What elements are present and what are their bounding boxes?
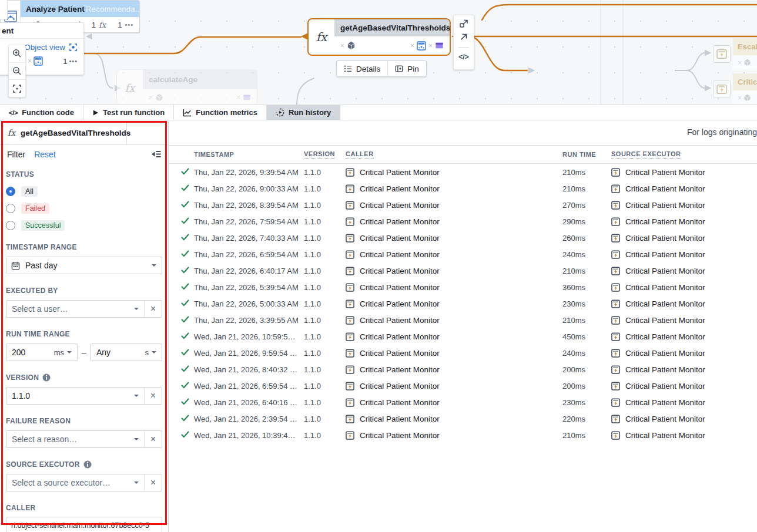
run-caller: Critical Patient Monitor (346, 316, 562, 325)
pin-button[interactable]: Pin (387, 61, 426, 76)
status-option-successful[interactable]: Successful (6, 220, 162, 231)
run-history-row[interactable]: Wed, Jan 21, 2026, 9:59:54 … 1.1.0 Criti… (169, 345, 757, 361)
object-view-link[interactable]: Object view (24, 43, 65, 52)
run-history-rows: Thu, Jan 22, 2026, 9:39:54 AM 1.1.0 Crit… (169, 164, 757, 443)
remove-icon[interactable]: × (428, 42, 433, 50)
tab-test-run-function[interactable]: Test run function (83, 105, 174, 120)
run-history-row[interactable]: Wed, Jan 21, 2026, 10:39:4… 1.1.0 Critic… (169, 427, 757, 443)
run-time: 210ms (562, 316, 611, 325)
run-history-row[interactable]: Wed, Jan 21, 2026, 10:59:5… 1.1.0 Critic… (169, 328, 757, 345)
escalation-automation-node[interactable]: Escala × (713, 38, 757, 70)
monitor-bolt-icon (346, 217, 354, 226)
timestamp-range-select[interactable]: Past day (6, 257, 162, 274)
source-executor-name: Critical Patient Monitor (625, 234, 705, 243)
remove-icon[interactable]: × (410, 42, 414, 50)
info-icon[interactable] (42, 373, 51, 382)
object-graph-canvas[interactable]: ent Object view × 1 ••• (0, 0, 757, 105)
col-caller[interactable]: CALLER (346, 150, 374, 159)
tab-function-metrics[interactable]: Function metrics (174, 105, 267, 120)
node-action-rail: </> (453, 15, 474, 70)
run-time-max-input[interactable]: Any s (91, 344, 162, 361)
success-check-icon (181, 217, 189, 224)
tab-label: Function code (22, 108, 74, 117)
source-executor-name: Critical Patient Monitor (625, 332, 705, 341)
remove-icon: × (738, 94, 742, 102)
run-history-row[interactable]: Wed, Jan 21, 2026, 8:40:32 … 1.1.0 Criti… (169, 361, 757, 378)
run-history-row[interactable]: Thu, Jan 22, 2026, 5:00:33 AM 1.1.0 Crit… (169, 295, 757, 312)
run-history-row[interactable]: Thu, Jan 22, 2026, 7:59:54 AM 1.1.0 Crit… (169, 213, 757, 230)
tab-function-code[interactable]: </> Function code (0, 105, 83, 120)
clear-version-button[interactable]: × (144, 388, 162, 404)
radio-icon[interactable] (6, 204, 15, 213)
send-to-graph-icon[interactable] (459, 19, 468, 28)
run-history-row[interactable]: Thu, Jan 22, 2026, 8:39:54 AM 1.1.0 Crit… (169, 197, 757, 213)
details-button[interactable]: Details (337, 61, 387, 76)
collapse-panel-icon[interactable] (151, 150, 161, 159)
function-icon: fx (117, 70, 143, 105)
col-version[interactable]: VERSION (304, 150, 335, 159)
col-run-time[interactable]: RUN TIME (562, 151, 611, 158)
version-value: 1.1.0 (6, 391, 129, 400)
run-time-min-unit-select[interactable]: ms (54, 348, 77, 357)
run-history-row[interactable]: Wed, Jan 21, 2026, 6:59:54 … 1.1.0 Criti… (169, 378, 757, 394)
run-time: 230ms (562, 398, 611, 407)
clipped-left-panel-edge (0, 0, 8, 19)
run-history-row[interactable]: Wed, Jan 21, 2026, 6:40:16 … 1.1.0 Criti… (169, 394, 757, 410)
zoom-fit-button[interactable] (9, 80, 25, 97)
failure-reason-select[interactable]: Select a reason… × (6, 430, 162, 448)
status-option-failed[interactable]: Failed (6, 203, 162, 214)
selected-function-node[interactable]: fx getAgeBasedVitalThresholds × × × (307, 18, 451, 56)
run-history-row[interactable]: Thu, Jan 22, 2026, 3:39:55 AM 1.1.0 Crit… (169, 312, 757, 328)
run-time: 210ms (562, 168, 611, 177)
run-history-row[interactable]: Thu, Jan 22, 2026, 7:40:33 AM 1.1.0 Crit… (169, 230, 757, 246)
panel-header: fx getAgeBasedVitalThresholds (0, 121, 168, 145)
run-history-row[interactable]: Wed, Jan 21, 2026, 2:39:54 … 1.1.0 Criti… (169, 410, 757, 427)
source-executor-select[interactable]: Select a source executor… × (6, 474, 162, 491)
run-time: 220ms (562, 415, 611, 423)
reset-filters-link[interactable]: Reset (34, 150, 142, 159)
caller-name: Critical Patient Monitor (360, 267, 440, 275)
code-icon[interactable]: </> (458, 53, 468, 61)
zoom-in-button[interactable] (9, 45, 25, 63)
run-time-min-input[interactable]: 200 ms (6, 344, 78, 361)
run-history-row[interactable]: Thu, Jan 22, 2026, 6:59:54 AM 1.1.0 Crit… (169, 246, 757, 262)
info-icon[interactable] (83, 460, 92, 469)
run-history-row[interactable]: Thu, Jan 22, 2026, 6:40:17 AM 1.1.0 Crit… (169, 262, 757, 279)
radio-selected-icon[interactable] (6, 187, 15, 196)
run-time-max-unit-select[interactable]: s (145, 348, 162, 357)
run-history-row[interactable]: Thu, Jan 22, 2026, 9:39:54 AM 1.1.0 Crit… (169, 164, 757, 180)
run-time-max-value[interactable]: Any (91, 348, 145, 357)
tab-run-history[interactable]: Run history (267, 105, 340, 120)
critical-automation-node[interactable]: Critica × (713, 73, 757, 105)
radio-icon[interactable] (6, 221, 15, 230)
monitor-bolt-icon (346, 283, 354, 292)
run-caller: Critical Patient Monitor (346, 398, 562, 407)
run-history-row[interactable]: Thu, Jan 22, 2026, 5:39:54 AM 1.1.0 Crit… (169, 279, 757, 295)
filter-header-row: Filter Reset (0, 145, 168, 163)
zoom-out-button[interactable] (9, 63, 25, 80)
more-icon[interactable]: ••• (69, 58, 78, 65)
run-version: 1.1.0 (304, 217, 346, 226)
run-history-row[interactable]: Thu, Jan 22, 2026, 9:00:33 AM 1.1.0 Crit… (169, 180, 757, 197)
clear-source-executor-button[interactable]: × (144, 474, 162, 491)
col-source-executor[interactable]: SOURCE EXECUTOR (611, 150, 681, 159)
run-source-executor: Critical Patient Monitor (611, 250, 757, 259)
clear-failure-reason-button[interactable]: × (144, 431, 162, 447)
run-time: 260ms (562, 234, 611, 243)
calculate-age-node[interactable]: fx calculateAge × × (116, 69, 257, 105)
col-timestamp[interactable]: TIMESTAMP (194, 151, 304, 158)
executed-by-select[interactable]: Select a user… × (6, 300, 162, 318)
caller-input[interactable] (6, 517, 162, 532)
remove-icon[interactable]: × (28, 57, 32, 65)
status-option-all[interactable]: All (6, 186, 162, 197)
run-time: 200ms (562, 365, 611, 374)
table-header: TIMESTAMP VERSION CALLER RUN TIME SOURCE… (169, 145, 757, 164)
open-link-icon[interactable] (459, 32, 468, 42)
clear-executed-by-button[interactable]: × (144, 301, 162, 317)
monitor-bolt-icon (611, 234, 620, 243)
run-history-filter-panel: fx getAgeBasedVitalThresholds Filter Res… (0, 121, 169, 532)
version-select[interactable]: 1.1.0 × (6, 387, 162, 405)
run-time-min-value[interactable]: 200 (6, 348, 54, 357)
remove-icon[interactable]: × (340, 42, 344, 50)
locate-target-icon[interactable] (69, 43, 78, 52)
